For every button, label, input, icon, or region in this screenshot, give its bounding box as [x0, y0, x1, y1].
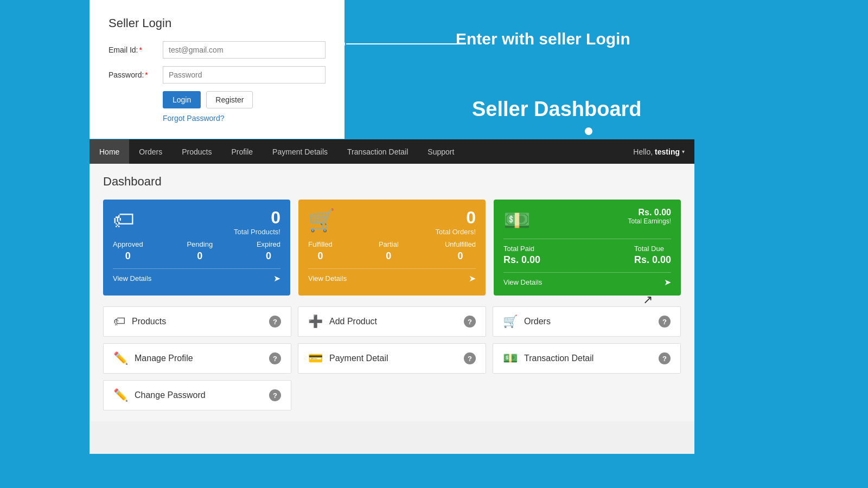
- quicklink-payment-help[interactable]: ?: [464, 352, 476, 364]
- navbar: Home Orders Products Profile Payment Det…: [90, 139, 694, 164]
- nav-username[interactable]: testing: [655, 147, 680, 156]
- nav-products[interactable]: Products: [172, 139, 221, 164]
- products-view-details-link[interactable]: View Details: [113, 274, 151, 282]
- products-card-footer: View Details ➤: [113, 268, 280, 284]
- fulfilled-value: 0: [308, 251, 333, 262]
- quicklink-change-password[interactable]: ✏️ Change Password ?: [103, 380, 291, 410]
- partial-label: Partial: [379, 240, 399, 248]
- expired-label: Expired: [257, 240, 280, 248]
- quicklink-orders[interactable]: 🛒 Orders ?: [493, 306, 681, 337]
- orders-stat-card: 🛒 0 Total Orders! Fulfilled 0 Partial: [298, 200, 486, 296]
- quicklink-add-product-help[interactable]: ?: [464, 316, 476, 328]
- unfulfilled-label: Unfulfilled: [445, 240, 476, 248]
- quicklink-products[interactable]: 🏷 Products ?: [103, 306, 291, 337]
- form-actions: Login Register: [163, 91, 326, 108]
- earnings-view-details-link[interactable]: View Details: [503, 278, 542, 286]
- quicklink-transaction-label: Transaction Detail: [524, 354, 593, 363]
- unfulfilled-item: Unfulfilled 0: [445, 240, 476, 262]
- total-paid-value: Rs. 0.00: [503, 254, 540, 266]
- quicklink-orders-help[interactable]: ?: [659, 316, 671, 328]
- password-label: Password:*: [108, 70, 163, 79]
- products-stat-card: 🏷 0 Total Products! Approved 0 Pending: [103, 200, 290, 296]
- nav-support[interactable]: Support: [418, 139, 464, 164]
- expired-value: 0: [257, 251, 280, 262]
- quicklink-payment-label: Payment Detail: [329, 354, 388, 363]
- email-label: Email Id:*: [108, 46, 163, 54]
- total-paid-label: Total Paid: [503, 245, 534, 253]
- email-row: Email Id:*: [108, 41, 326, 59]
- quicklink-manage-profile-help[interactable]: ?: [269, 352, 281, 364]
- quicklink-products-label: Products: [132, 317, 166, 326]
- earnings-card-top: 💵 Rs. 0.00 Total Earnings!: [503, 208, 671, 233]
- partial-item: Partial 0: [379, 240, 399, 262]
- callout-line-enter: [346, 43, 465, 44]
- login-button[interactable]: Login: [163, 91, 201, 108]
- approved-label: Approved: [113, 240, 143, 248]
- products-card-header: 🏷 0 Total Products!: [113, 208, 280, 236]
- nav-payment-details[interactable]: Payment Details: [263, 139, 337, 164]
- nav-orders[interactable]: Orders: [129, 139, 172, 164]
- earnings-arrow-icon: ➤: [664, 277, 671, 287]
- pending-value: 0: [187, 251, 213, 262]
- orders-label: Total Orders!: [436, 228, 476, 236]
- quick-links-grid: 🏷 Products ? ➕ Add Product ? 🛒 Order: [103, 306, 681, 410]
- annotation-dashboard-text: Seller Dashboard: [472, 98, 642, 121]
- total-due-label: Total Due: [634, 245, 664, 253]
- quicklink-transaction-detail[interactable]: 💵 Transaction Detail ?: [493, 343, 681, 374]
- quicklink-transaction-left: 💵 Transaction Detail: [503, 351, 593, 365]
- transaction-detail-icon: 💵: [503, 351, 518, 365]
- forgot-password-link[interactable]: Forgot Password?: [163, 114, 326, 123]
- fulfilled-item: Fulfilled 0: [308, 240, 333, 262]
- orders-arrow-icon: ➤: [469, 273, 476, 284]
- quicklink-transaction-help[interactable]: ?: [659, 352, 671, 364]
- nav-transaction-detail[interactable]: Transaction Detail: [337, 139, 418, 164]
- dashboard-title: Dashboard: [103, 175, 681, 189]
- orders-sub: Fulfilled 0 Partial 0 Unfulfilled 0: [308, 240, 476, 262]
- quicklink-change-password-help[interactable]: ?: [269, 389, 281, 401]
- manage-profile-icon: ✏️: [113, 351, 128, 365]
- annotation-enter-text: Enter with seller Login: [456, 30, 630, 48]
- quicklink-orders-left: 🛒 Orders: [503, 314, 551, 329]
- password-input[interactable]: [163, 66, 326, 84]
- approved-value: 0: [113, 251, 143, 262]
- orders-view-details-link[interactable]: View Details: [308, 274, 347, 282]
- products-sub: Approved 0 Pending 0 Expired 0: [113, 240, 280, 262]
- total-earnings-label: Total Earnings!: [628, 217, 671, 225]
- price-tag-icon: 🏷: [113, 208, 135, 232]
- nav-profile[interactable]: Profile: [221, 139, 263, 164]
- quicklink-payment-left: 💳 Payment Detail: [308, 351, 388, 365]
- orders-cart-icon: 🛒: [503, 314, 518, 329]
- callout-dot-dashboard: [584, 126, 593, 136]
- nav-caret-icon: ▾: [682, 149, 685, 155]
- quicklink-products-left: 🏷 Products: [113, 314, 166, 329]
- total-paid-item: Total Paid Rs. 0.00: [503, 243, 540, 266]
- orders-card-footer: View Details ➤: [308, 268, 476, 284]
- change-password-icon: ✏️: [113, 388, 128, 402]
- email-input[interactable]: [163, 41, 326, 59]
- quicklink-orders-label: Orders: [524, 317, 551, 326]
- nav-home[interactable]: Home: [90, 139, 129, 164]
- total-earnings-amount: Rs. 0.00: [628, 208, 671, 217]
- quicklink-change-password-label: Change Password: [135, 390, 206, 400]
- quicklink-payment-detail[interactable]: 💳 Payment Detail ?: [298, 343, 486, 374]
- quicklink-change-password-left: ✏️ Change Password: [113, 388, 206, 402]
- quicklink-products-help[interactable]: ?: [269, 316, 281, 328]
- products-label: Total Products!: [234, 228, 280, 236]
- login-panel: Seller Login Email Id:* Password:* Login…: [90, 0, 344, 139]
- annotation-enter-callout: [336, 39, 465, 49]
- earnings-sub: Total Paid Rs. 0.00 Total Due Rs. 0.00: [503, 239, 671, 266]
- add-product-icon: ➕: [308, 314, 323, 329]
- total-due-value: Rs. 0.00: [634, 254, 671, 266]
- fulfilled-label: Fulfilled: [308, 240, 333, 248]
- quicklink-manage-profile-left: ✏️ Manage Profile: [113, 351, 193, 365]
- dashboard-content: Dashboard 🏷 0 Total Products! Approved: [90, 164, 694, 421]
- nav-user: Hello, testing ▾: [623, 147, 694, 156]
- quicklink-manage-profile[interactable]: ✏️ Manage Profile ?: [103, 343, 291, 374]
- quicklink-add-product-label: Add Product: [329, 317, 377, 326]
- money-icon: 💵: [503, 208, 531, 233]
- quicklink-add-product[interactable]: ➕ Add Product ?: [298, 306, 486, 337]
- products-tag-icon: 🏷: [113, 314, 125, 329]
- cart-icon: 🛒: [308, 208, 335, 233]
- orders-count: 0: [436, 208, 476, 228]
- register-button[interactable]: Register: [206, 91, 253, 108]
